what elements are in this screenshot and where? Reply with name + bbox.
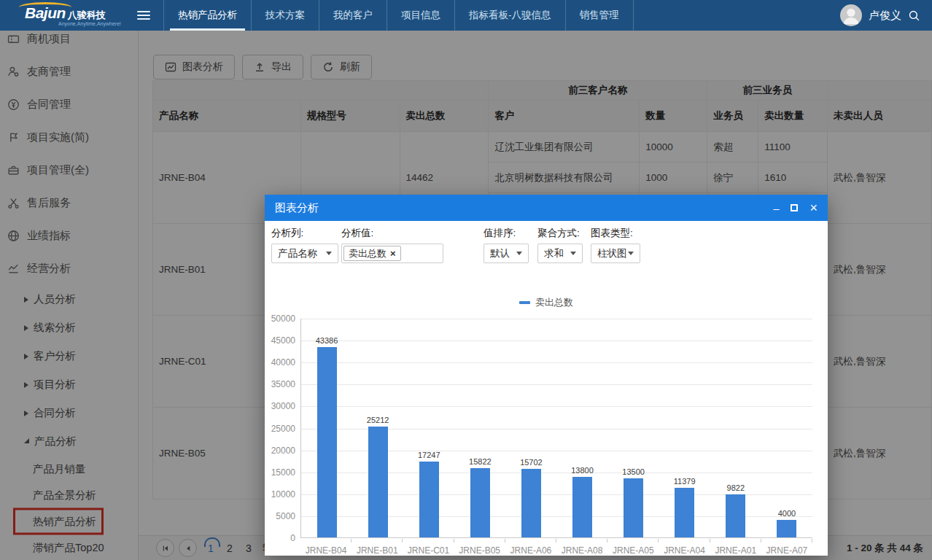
analysis-column-group: 分析列: 产品名称 bbox=[271, 227, 338, 263]
x-axis-label: JRNE-A08 bbox=[556, 539, 607, 556]
sort-group: 值排序: 默认 bbox=[484, 227, 529, 263]
analysis-value-group: 分析值: 卖出总数 × bbox=[341, 227, 443, 263]
bar-group: 9822 bbox=[710, 319, 761, 537]
x-axis-label: JRNE-B04 bbox=[300, 539, 352, 556]
chevron-down-icon bbox=[326, 252, 332, 255]
chart-type-group: 图表类型: 柱状图 bbox=[591, 227, 640, 263]
bar-value-label: 13500 bbox=[622, 467, 645, 476]
y-axis-tick-label: 50000 bbox=[271, 314, 295, 324]
bar-chart: 0500010000150002000025000300003500040000… bbox=[269, 314, 822, 555]
analysis-value-tag[interactable]: 卖出总数 × bbox=[343, 246, 401, 261]
analysis-value-input[interactable]: 卖出总数 × bbox=[341, 244, 443, 263]
aggregate-select[interactable]: 求和 bbox=[537, 244, 583, 263]
field-label: 图表类型: bbox=[591, 227, 640, 240]
bar-group: 13500 bbox=[608, 319, 659, 537]
chevron-down-icon bbox=[570, 252, 576, 255]
field-label: 分析值: bbox=[341, 227, 443, 240]
y-axis-tick-label: 30000 bbox=[271, 401, 295, 411]
x-axis-label: JRNE-A07 bbox=[761, 539, 812, 556]
legend-label: 卖出总数 bbox=[535, 296, 573, 309]
bar-value-label: 9822 bbox=[727, 483, 745, 492]
y-axis-tick-label: 35000 bbox=[271, 379, 295, 389]
bar-value-label: 25212 bbox=[367, 416, 389, 424]
modal-title: 图表分析 bbox=[275, 201, 319, 215]
x-axis-label: JRNE-C01 bbox=[403, 539, 454, 556]
bar-value-label: 17247 bbox=[418, 451, 440, 459]
x-axis-label: JRNE-A04 bbox=[659, 539, 710, 556]
y-axis-tick-label: 25000 bbox=[271, 424, 295, 434]
field-label: 聚合方式: bbox=[537, 227, 583, 240]
chart-plot: 4338625212172471582215702138001350011379… bbox=[300, 319, 812, 538]
chevron-down-icon bbox=[516, 252, 522, 255]
user-name[interactable]: 卢俊义 bbox=[869, 9, 901, 23]
minimize-icon[interactable]: – bbox=[773, 203, 779, 214]
app-logo: Bajun 八骏科技 Anyone,Anytime,Anywhere! bbox=[25, 5, 121, 26]
tab-kpi-dashboard[interactable]: 指标看板-八骏信息 bbox=[454, 0, 565, 31]
selected-value: 柱状图 bbox=[597, 247, 627, 260]
top-nav: Bajun 八骏科技 Anyone,Anytime,Anywhere! 热销产品… bbox=[0, 0, 932, 31]
x-axis-label: JRNE-A01 bbox=[710, 539, 761, 556]
chart-legend[interactable]: 卖出总数 bbox=[265, 296, 828, 309]
logo-swoosh-icon bbox=[19, 2, 71, 12]
close-icon[interactable]: × bbox=[809, 201, 818, 214]
chart-x-axis: JRNE-B04JRNE-B01JRNE-C01JRNE-B05JRNE-A06… bbox=[300, 539, 812, 556]
hamburger-menu-icon[interactable] bbox=[137, 11, 150, 20]
bar-group: 11379 bbox=[659, 319, 710, 537]
window-controls: – × bbox=[773, 201, 818, 214]
bar bbox=[675, 488, 694, 538]
y-axis-tick-label: 5000 bbox=[276, 511, 295, 521]
bar-group: 43386 bbox=[301, 319, 352, 537]
tab-sales-management[interactable]: 销售管理 bbox=[565, 0, 634, 31]
chart-y-axis: 0500010000150002000025000300003500040000… bbox=[269, 319, 298, 538]
tag-label: 卖出总数 bbox=[349, 247, 387, 260]
field-label: 值排序: bbox=[484, 227, 529, 240]
tab-project-info[interactable]: 项目信息 bbox=[387, 0, 454, 31]
sort-select[interactable]: 默认 bbox=[484, 244, 529, 263]
bar bbox=[777, 520, 796, 537]
tab-my-customers[interactable]: 我的客户 bbox=[319, 0, 387, 31]
bar-group: 15702 bbox=[505, 319, 556, 537]
user-avatar[interactable] bbox=[840, 4, 862, 26]
tab-hot-product-analysis[interactable]: 热销产品分析 bbox=[163, 0, 251, 31]
tag-remove-icon[interactable]: × bbox=[390, 248, 396, 259]
search-icon[interactable] bbox=[908, 9, 920, 22]
logo-cn-text: 八骏科技 bbox=[68, 10, 106, 20]
y-axis-tick-label: 45000 bbox=[271, 335, 295, 346]
y-axis-tick-label: 15000 bbox=[271, 467, 295, 478]
y-axis-tick-label: 0 bbox=[290, 533, 295, 543]
tab-technical-plan[interactable]: 技术方案 bbox=[251, 0, 319, 31]
bar-group: 13800 bbox=[556, 319, 607, 537]
logo-text: Bajun bbox=[25, 5, 66, 20]
y-axis-tick-label: 20000 bbox=[271, 446, 295, 456]
y-axis-tick-label: 40000 bbox=[271, 357, 295, 368]
x-axis-label: JRNE-A05 bbox=[607, 539, 659, 556]
chevron-down-icon bbox=[628, 252, 634, 255]
x-axis-label: JRNE-A06 bbox=[505, 539, 556, 556]
bar bbox=[317, 347, 337, 537]
bar-value-label: 15702 bbox=[520, 458, 543, 467]
legend-marker-icon bbox=[519, 301, 530, 304]
bar-value-label: 13800 bbox=[571, 466, 594, 475]
selected-value: 产品名称 bbox=[278, 247, 317, 260]
x-axis-label: JRNE-B01 bbox=[352, 539, 403, 556]
bar-group: 4000 bbox=[761, 319, 812, 537]
bar-group: 15822 bbox=[454, 319, 505, 537]
bar-value-label: 11379 bbox=[674, 477, 696, 486]
x-axis-label: JRNE-B05 bbox=[454, 539, 505, 556]
bar bbox=[726, 494, 745, 537]
chart-type-select[interactable]: 柱状图 bbox=[591, 244, 640, 263]
bar bbox=[470, 468, 490, 537]
nav-tabs: 热销产品分析 技术方案 我的客户 项目信息 指标看板-八骏信息 销售管理 bbox=[163, 0, 634, 31]
bar bbox=[521, 469, 541, 538]
bar-group: 25212 bbox=[352, 319, 403, 537]
bar-value-label: 43386 bbox=[316, 336, 338, 345]
user-area: 卢俊义 bbox=[840, 4, 920, 26]
bar-value-label: 15822 bbox=[469, 457, 492, 466]
bar bbox=[624, 478, 643, 537]
modal-title-bar[interactable]: 图表分析 – × bbox=[265, 195, 828, 221]
logo-tagline: Anyone,Anytime,Anywhere! bbox=[58, 21, 121, 26]
selected-value: 求和 bbox=[544, 247, 564, 260]
analysis-column-select[interactable]: 产品名称 bbox=[271, 244, 338, 263]
maximize-icon[interactable] bbox=[791, 204, 798, 211]
field-label: 分析列: bbox=[271, 227, 338, 240]
